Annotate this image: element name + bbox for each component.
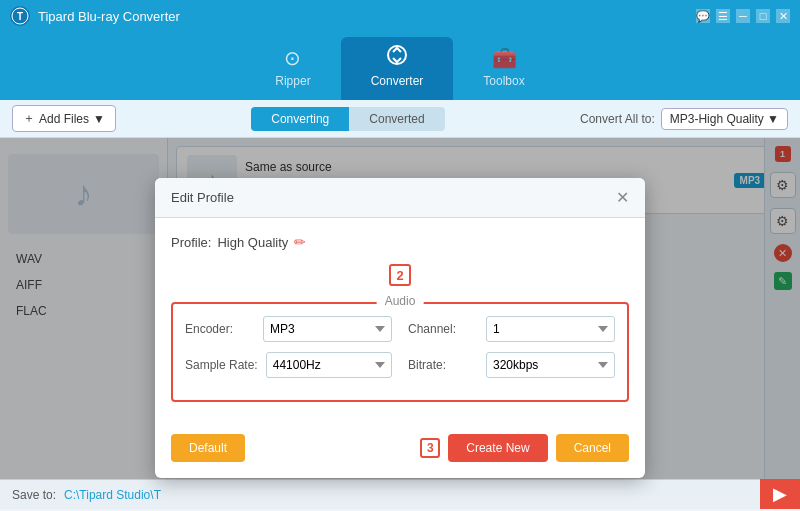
add-icon: ＋ <box>23 110 35 127</box>
toolbar: ＋ Add Files ▼ Converting Converted Conve… <box>0 100 800 138</box>
encoder-label: Encoder: <box>185 322 255 336</box>
sample-rate-select[interactable]: 44100Hz 22050Hz 11025Hz <box>266 352 392 378</box>
modal-close-button[interactable]: ✕ <box>616 188 629 207</box>
create-new-button[interactable]: Create New <box>448 434 547 462</box>
footer-actions: 3 Create New Cancel <box>420 434 629 462</box>
bitrate-label: Bitrate: <box>408 358 478 372</box>
app-title: Tipard Blu-ray Converter <box>38 9 180 24</box>
cancel-button[interactable]: Cancel <box>556 434 629 462</box>
main-content: ♪ WAV AIFF FLAC ♪ Same as source Encoder… <box>0 138 800 479</box>
profile-label: Profile: <box>171 235 211 250</box>
toolbar-left: ＋ Add Files ▼ <box>12 105 116 132</box>
nav-bar: ⊙ Ripper Converter 🧰 Toolbox <box>0 32 800 100</box>
section-number-2: 2 <box>389 264 411 286</box>
profile-edit-icon[interactable]: ✏ <box>294 234 306 250</box>
chat-button[interactable]: 💬 <box>696 9 710 23</box>
bitrate-group: Bitrate: 320kbps 256kbps 192kbps 128kbps <box>408 352 615 378</box>
quality-label: MP3-High Quality <box>670 112 764 126</box>
encoder-select[interactable]: MP3 AAC OGG FLAC <box>263 316 392 342</box>
ripper-icon: ⊙ <box>284 46 301 70</box>
nav-tab-toolbox[interactable]: 🧰 Toolbox <box>453 38 554 100</box>
form-row-2: Sample Rate: 44100Hz 22050Hz 11025Hz Bit… <box>185 352 615 378</box>
maximize-button[interactable]: □ <box>756 9 770 23</box>
bottom-bar: Save to: C:\Tipard Studio\T ▶ <box>0 479 800 509</box>
edit-profile-modal: Edit Profile ✕ Profile: High Quality ✏ 2… <box>155 178 645 478</box>
audio-section-title: Audio <box>377 294 424 308</box>
add-files-label: Add Files <box>39 112 89 126</box>
audio-section: Audio Encoder: MP3 AAC OGG FLAC <box>171 302 629 402</box>
modal-footer: Default 3 Create New Cancel <box>155 434 645 478</box>
convert-all-label: Convert All to: <box>580 112 655 126</box>
toolbox-icon: 🧰 <box>492 46 517 70</box>
title-bar: T Tipard Blu-ray Converter 💬 ☰ ─ □ ✕ <box>0 0 800 32</box>
converter-icon <box>385 45 409 70</box>
window-controls: 💬 ☰ ─ □ ✕ <box>696 9 790 23</box>
channel-label: Channel: <box>408 322 478 336</box>
modal-title: Edit Profile <box>171 190 234 205</box>
quality-selector[interactable]: MP3-High Quality ▼ <box>661 108 788 130</box>
toolbox-label: Toolbox <box>483 74 524 88</box>
save-to-label: Save to: <box>12 488 56 502</box>
title-bar-left: T Tipard Blu-ray Converter <box>10 6 180 26</box>
modal-overlay: Edit Profile ✕ Profile: High Quality ✏ 2… <box>0 138 800 479</box>
form-row-1: Encoder: MP3 AAC OGG FLAC Channel: <box>185 316 615 342</box>
dropdown-arrow-icon: ▼ <box>93 112 105 126</box>
nav-tab-ripper[interactable]: ⊙ Ripper <box>245 38 340 100</box>
add-files-button[interactable]: ＋ Add Files ▼ <box>12 105 116 132</box>
svg-text:T: T <box>17 11 23 22</box>
encoder-group: Encoder: MP3 AAC OGG FLAC <box>185 316 392 342</box>
tab-converted[interactable]: Converted <box>349 107 444 131</box>
default-button[interactable]: Default <box>171 434 245 462</box>
menu-button[interactable]: ☰ <box>716 9 730 23</box>
close-button[interactable]: ✕ <box>776 9 790 23</box>
toolbar-right: Convert All to: MP3-High Quality ▼ <box>580 108 788 130</box>
section-number-3: 3 <box>420 438 440 458</box>
modal-header: Edit Profile ✕ <box>155 178 645 218</box>
sample-rate-label: Sample Rate: <box>185 358 258 372</box>
profile-row: Profile: High Quality ✏ <box>171 234 629 250</box>
bitrate-select[interactable]: 320kbps 256kbps 192kbps 128kbps <box>486 352 615 378</box>
nav-tab-converter[interactable]: Converter <box>341 37 454 100</box>
channel-select[interactable]: 1 2 <box>486 316 615 342</box>
modal-body: Profile: High Quality ✏ 2 Audio Encoder: <box>155 218 645 434</box>
minimize-button[interactable]: ─ <box>736 9 750 23</box>
ripper-label: Ripper <box>275 74 310 88</box>
profile-value: High Quality <box>217 235 288 250</box>
channel-group: Channel: 1 2 <box>408 316 615 342</box>
quality-arrow-icon: ▼ <box>767 112 779 126</box>
sample-rate-group: Sample Rate: 44100Hz 22050Hz 11025Hz <box>185 352 392 378</box>
save-path: C:\Tipard Studio\T <box>64 488 161 502</box>
app-icon: T <box>10 6 30 26</box>
tab-group: Converting Converted <box>251 107 444 131</box>
convert-start-button[interactable]: ▶ <box>760 479 800 509</box>
converter-label: Converter <box>371 74 424 88</box>
tab-converting[interactable]: Converting <box>251 107 349 131</box>
